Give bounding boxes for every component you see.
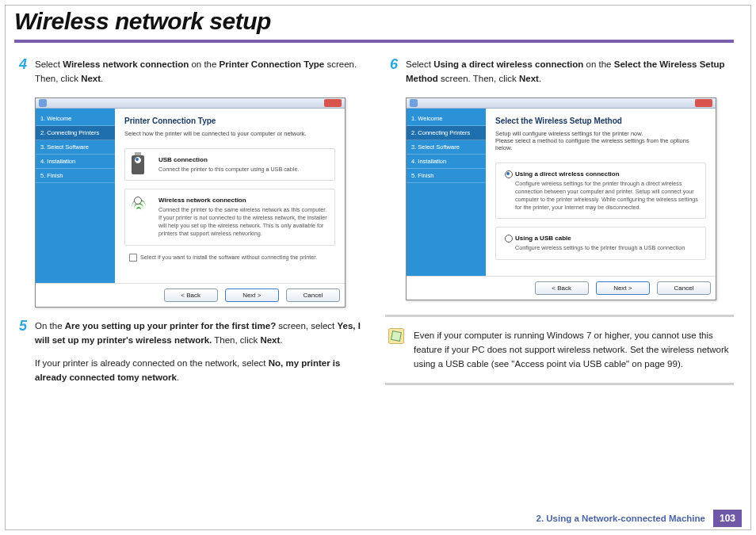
wizard-subtitle: Setup will configure wireless settings f… <box>495 130 706 151</box>
step-number: 4 <box>14 57 27 86</box>
checkbox-label: Select if you want to install the softwa… <box>140 254 317 261</box>
note-icon <box>388 328 404 344</box>
back-button[interactable]: < Back <box>164 289 218 302</box>
option-usb-cable-label: Using a USB cable <box>515 234 699 243</box>
option-usb-cable-desc: Configure wireless settings to the print… <box>515 244 685 251</box>
step-6: 6 Select Using a direct wireless connect… <box>385 57 734 86</box>
checkbox-icon[interactable] <box>129 254 137 262</box>
page-title: Wireless network setup <box>14 8 734 35</box>
step-4: 4 Select Wireless network connection on … <box>14 57 363 86</box>
sidebar-item-4: 4. Installation <box>407 155 486 169</box>
wizard-sidebar: 1. Welcome 2. Connecting Printers 3. Sel… <box>407 109 486 276</box>
checkbox-row[interactable]: Select if you want to install the softwa… <box>124 254 335 262</box>
back-button[interactable]: < Back <box>535 281 589 295</box>
page: Wireless network setup 4 Select Wireless… <box>0 0 756 396</box>
option-usb-desc: Connect the printer to this computer usi… <box>158 166 299 173</box>
chapter-label: 2. Using a Network-connected Machine <box>536 514 705 523</box>
option-direct-label: Using a direct wireless connection <box>515 170 699 178</box>
sidebar-item-2: 2. Connecting Printers <box>36 126 115 140</box>
wizard-sidebar: 1. Welcome 2. Connecting Printers 3. Sel… <box>36 109 115 283</box>
sidebar-item-4: 4. Installation <box>36 155 115 169</box>
radio-direct[interactable] <box>505 170 513 178</box>
option-usb-cable[interactable]: Using a USB cable Configure wireless set… <box>495 227 706 259</box>
sidebar-item-3: 3. Select Software <box>407 140 486 155</box>
app-icon <box>39 99 47 107</box>
sidebar-item-1: 1. Welcome <box>36 112 115 126</box>
wizard-title: Select the Wireless Setup Method <box>495 117 706 125</box>
wizard-main: Printer Connection Type Select how the p… <box>115 109 345 283</box>
installer-window-2: 1. Welcome 2. Connecting Printers 3. Sel… <box>406 97 716 300</box>
radio-usb[interactable] <box>134 156 142 164</box>
sidebar-item-5: 5. Finish <box>36 169 115 183</box>
window-body: 1. Welcome 2. Connecting Printers 3. Sel… <box>407 109 716 276</box>
next-button[interactable]: Next > <box>225 289 279 302</box>
option-wifi-label: Wireless network connection <box>158 196 328 204</box>
columns: 4 Select Wireless network connection on … <box>14 57 734 396</box>
wizard-main: Select the Wireless Setup Method Setup w… <box>486 109 716 276</box>
note-end-rule <box>385 383 734 385</box>
wizard-subtitle: Select how the printer will be connected… <box>124 130 335 137</box>
installer-window-1: 1. Welcome 2. Connecting Printers 3. Sel… <box>35 97 346 308</box>
sidebar-item-2: 2. Connecting Printers <box>407 126 486 140</box>
sidebar-item-1: 1. Welcome <box>407 112 486 126</box>
page-number: 103 <box>713 510 742 527</box>
window-body: 1. Welcome 2. Connecting Printers 3. Sel… <box>36 109 345 283</box>
app-icon <box>410 99 418 107</box>
step-text: On the Are you setting up your printer f… <box>35 319 363 385</box>
window-titlebar <box>36 98 345 109</box>
option-wifi[interactable]: Wireless network connection Connect the … <box>124 189 335 246</box>
sidebar-item-5: 5. Finish <box>407 169 486 183</box>
button-row: < Back Next > Cancel <box>36 283 345 307</box>
step-number: 6 <box>385 57 398 86</box>
step-5: 5 On the Are you setting up your printer… <box>14 319 363 385</box>
footer: 2. Using a Network-connected Machine 103 <box>536 510 742 527</box>
note-block: Even if your computer is running Windows… <box>385 315 734 372</box>
radio-usb-cable[interactable] <box>505 235 513 243</box>
title-rule <box>14 40 734 43</box>
col-left: 4 Select Wireless network connection on … <box>14 57 363 396</box>
close-icon[interactable] <box>695 99 712 107</box>
step-number: 5 <box>14 319 27 385</box>
option-direct-wireless[interactable]: Using a direct wireless connection Confi… <box>495 162 706 220</box>
radio-wifi[interactable] <box>134 197 142 204</box>
button-row: < Back Next > Cancel <box>407 276 716 300</box>
wizard-title: Printer Connection Type <box>124 117 335 125</box>
option-direct-desc: Configure wireless settings for the prin… <box>515 180 698 211</box>
option-usb-label: USB connection <box>158 155 328 164</box>
step-text: Select Using a direct wireless connectio… <box>406 57 734 86</box>
note-text: Even if your computer is running Windows… <box>414 328 734 372</box>
option-usb[interactable]: USB connection Connect the printer to th… <box>124 148 335 181</box>
sidebar-item-3: 3. Select Software <box>36 140 115 155</box>
cancel-button[interactable]: Cancel <box>286 289 340 302</box>
next-button[interactable]: Next > <box>596 281 650 295</box>
window-titlebar <box>407 98 716 109</box>
cancel-button[interactable]: Cancel <box>657 281 711 295</box>
close-icon[interactable] <box>324 99 342 107</box>
step-text: Select Wireless network connection on th… <box>35 57 363 86</box>
col-right: 6 Select Using a direct wireless connect… <box>385 57 734 396</box>
option-wifi-desc: Connect the printer to the same wireless… <box>158 206 327 237</box>
